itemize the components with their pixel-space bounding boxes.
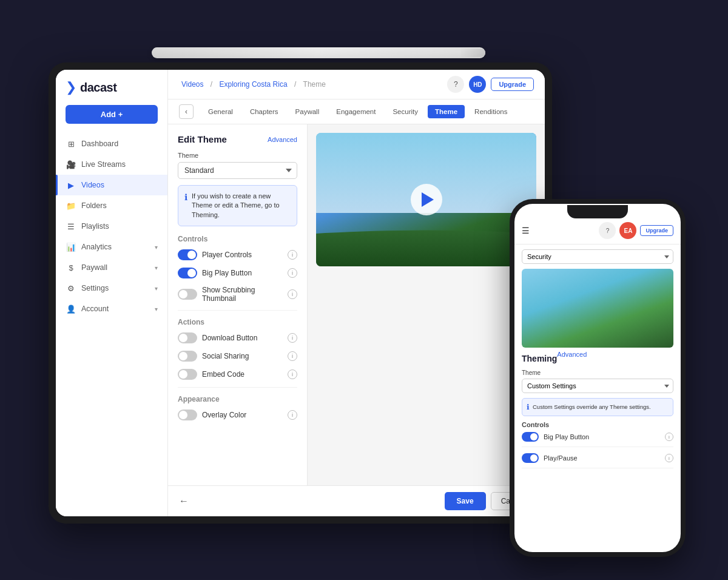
- info-circle-overlay[interactable]: i: [288, 410, 297, 420]
- phone: ☰ ? EA Upgrade Security Theming Advanced: [510, 199, 686, 557]
- menu-icon[interactable]: ☰: [522, 226, 530, 235]
- dacast-logo-icon: ❯: [66, 79, 76, 95]
- tab-engagement[interactable]: Engagement: [329, 105, 383, 118]
- videos-icon: ▶: [66, 180, 76, 191]
- sidebar-item-label: Playlists: [81, 222, 109, 231]
- sidebar-item-playlists[interactable]: ☰ Playlists: [56, 216, 167, 237]
- back-button[interactable]: ‹: [179, 104, 194, 119]
- add-button[interactable]: Add +: [66, 105, 158, 124]
- sidebar-item-live-streams[interactable]: 🎥 Live Streams: [56, 154, 167, 175]
- header-actions: ? HD Upgrade: [447, 76, 534, 93]
- tablet: ❯ dacast Add + ⊞ Dashboard 🎥 Live Stream…: [49, 62, 552, 524]
- sidebar-item-folders[interactable]: 📁 Folders: [56, 195, 167, 216]
- tab-theme[interactable]: Theme: [428, 105, 465, 118]
- tabs-bar: ‹ General Chapters Paywall Engagement Se…: [168, 99, 545, 124]
- info-circle-scrub[interactable]: i: [288, 289, 297, 299]
- main-content: Videos / Exploring Costa Rica / Theme ? …: [168, 70, 545, 516]
- info-circle-download[interactable]: i: [288, 333, 297, 343]
- save-button[interactable]: Save: [445, 492, 486, 510]
- sidebar-item-dashboard[interactable]: ⊞ Dashboard: [56, 133, 167, 154]
- breadcrumb-sep: /: [294, 80, 296, 89]
- back-arrow-button[interactable]: ←: [179, 492, 189, 510]
- sidebar-item-paywall[interactable]: $ Paywall ▾: [56, 257, 167, 278]
- logo-text: dacast: [80, 81, 116, 95]
- download-label: Download Button: [202, 334, 288, 342]
- sidebar-item-videos[interactable]: ▶ Videos: [56, 175, 167, 195]
- scrubbing-toggle[interactable]: [178, 289, 197, 300]
- dashboard-icon: ⊞: [66, 138, 76, 149]
- toggle-row-big-play: Big Play Button i: [178, 268, 297, 278]
- help-button[interactable]: ?: [447, 76, 464, 93]
- social-toggle[interactable]: [178, 351, 197, 362]
- phone-info-circle-playpause[interactable]: i: [665, 454, 673, 462]
- chevron-down-icon: ▾: [155, 244, 158, 251]
- info-icon: ℹ: [184, 192, 187, 220]
- overlay-toggle[interactable]: [178, 410, 197, 420]
- phone-header-actions: ? EA Upgrade: [599, 222, 673, 239]
- phone-big-play-toggle[interactable]: [522, 432, 539, 442]
- toggle-row-player-controls: Player Controls i: [178, 249, 297, 260]
- tab-security[interactable]: Security: [385, 105, 425, 118]
- tab-general[interactable]: General: [201, 105, 240, 118]
- tab-paywall[interactable]: Paywall: [288, 105, 327, 118]
- sidebar-item-label: Folders: [81, 201, 107, 210]
- sidebar-item-settings[interactable]: ⚙ Settings ▾: [56, 278, 167, 298]
- info-text: If you wish to create a new Theme or edi…: [192, 192, 291, 220]
- toggle-row-social: Social Sharing i: [178, 351, 297, 362]
- sidebar-item-label: Paywall: [81, 263, 107, 272]
- phone-info-circle-bigplay[interactable]: i: [665, 433, 673, 441]
- scene: ❯ dacast Add + ⊞ Dashboard 🎥 Live Stream…: [30, 29, 698, 551]
- live-streams-icon: 🎥: [66, 159, 76, 170]
- sidebar-item-label: Dashboard: [81, 140, 118, 148]
- sidebar: ❯ dacast Add + ⊞ Dashboard 🎥 Live Stream…: [56, 70, 168, 516]
- breadcrumb: Videos / Exploring Costa Rica / Theme: [179, 80, 447, 89]
- overlay-label: Overlay Color: [202, 411, 288, 419]
- phone-upgrade-button[interactable]: Upgrade: [640, 225, 673, 236]
- analytics-icon: 📊: [66, 241, 76, 252]
- download-toggle[interactable]: [178, 332, 197, 343]
- toggle-row-overlay: Overlay Color i: [178, 410, 297, 420]
- phone-theming-title: Theming: [522, 354, 557, 363]
- toggle-row-scrubbing: Show Scrubbing Thumbnail i: [178, 286, 297, 303]
- phone-security-select[interactable]: Security: [522, 249, 673, 264]
- theme-select[interactable]: Standard: [178, 162, 297, 179]
- advanced-link[interactable]: Advanced: [268, 136, 297, 143]
- phone-advanced-link[interactable]: Advanced: [557, 351, 587, 358]
- info-circle-player[interactable]: i: [288, 250, 297, 260]
- settings-icon: ⚙: [66, 283, 76, 294]
- phone-help-button[interactable]: ?: [599, 222, 616, 239]
- player-controls-toggle[interactable]: [178, 249, 197, 260]
- chevron-down-icon: ▾: [155, 265, 158, 271]
- sidebar-item-label: Analytics: [81, 243, 112, 251]
- breadcrumb-videos[interactable]: Videos: [181, 80, 203, 89]
- play-triangle-icon: [422, 192, 434, 207]
- info-circle-social[interactable]: i: [288, 351, 297, 361]
- breadcrumb-costa-rica[interactable]: Exploring Costa Rica: [220, 80, 288, 89]
- toggle-row-download: Download Button i: [178, 332, 297, 343]
- scrubbing-label: Show Scrubbing Thumbnail: [202, 286, 288, 303]
- playlists-icon: ☰: [66, 221, 76, 232]
- phone-info-box: ℹ Custom Settings override any Theme set…: [522, 398, 673, 416]
- phone-info-icon: ℹ: [527, 403, 530, 411]
- big-play-toggle[interactable]: [178, 268, 197, 278]
- phone-big-play-label: Big Play Button: [544, 433, 665, 440]
- embed-toggle[interactable]: [178, 369, 197, 380]
- bottom-bar: ← Save Cancel: [168, 485, 545, 516]
- phone-play-pause-toggle[interactable]: [522, 453, 539, 463]
- sidebar-item-analytics[interactable]: 📊 Analytics ▾: [56, 237, 167, 257]
- info-circle-embed[interactable]: i: [288, 369, 297, 379]
- sidebar-item-account[interactable]: 👤 Account ▾: [56, 298, 167, 319]
- phone-theme-select[interactable]: Custom Settings: [522, 379, 673, 393]
- play-button-large[interactable]: [411, 184, 442, 215]
- sidebar-item-label: Videos: [81, 181, 104, 189]
- social-label: Social Sharing: [202, 352, 288, 360]
- tab-chapters[interactable]: Chapters: [243, 105, 286, 118]
- upgrade-button[interactable]: Upgrade: [491, 78, 534, 91]
- tablet-screen: ❯ dacast Add + ⊞ Dashboard 🎥 Live Stream…: [56, 70, 545, 516]
- phone-controls-label: Controls: [522, 421, 673, 428]
- info-circle-bigplay[interactable]: i: [288, 268, 297, 278]
- tab-renditions[interactable]: Renditions: [467, 105, 514, 118]
- hd-button[interactable]: HD: [469, 76, 486, 93]
- phone-video-preview: [522, 269, 673, 348]
- phone-ea-button[interactable]: EA: [619, 222, 636, 239]
